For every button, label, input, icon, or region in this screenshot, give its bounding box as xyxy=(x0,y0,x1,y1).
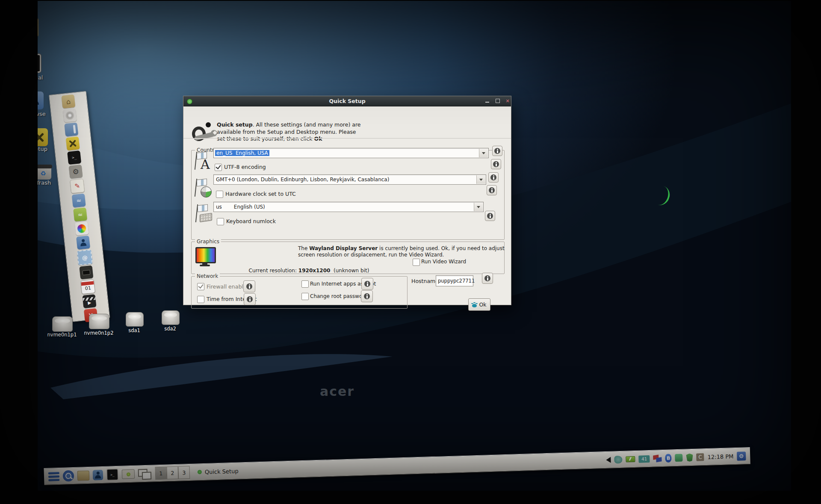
workspace-pager: 1 2 3 xyxy=(155,466,190,480)
timezone-combobox[interactable]: GMT+0 (London, Dublin, Edinburgh, Lisbon… xyxy=(213,174,486,185)
person-torso xyxy=(80,242,87,246)
task-quick-setup[interactable]: Quick Setup xyxy=(198,468,239,475)
timezone-dropdown-arrow[interactable] xyxy=(476,175,485,184)
gear-icon: ⚙ xyxy=(739,453,744,459)
resolution-label: Current resolution: xyxy=(249,268,298,274)
numlock-checkbox[interactable] xyxy=(217,218,224,225)
numlock-label: Keyboard numlock xyxy=(226,218,276,224)
trash-desktop-icon[interactable]: ♻ xyxy=(38,165,51,180)
root-password-checkbox[interactable] xyxy=(301,293,309,300)
dock-editor-icon[interactable]: ✎ xyxy=(70,179,85,194)
disk-glyph xyxy=(65,111,74,120)
drive-sda1[interactable] xyxy=(126,312,144,327)
ok-button[interactable]: Ok xyxy=(468,298,490,311)
person-body xyxy=(38,100,39,105)
time-internet-info-button[interactable] xyxy=(244,293,256,305)
drive-sda2[interactable] xyxy=(162,310,180,325)
drive-top xyxy=(55,318,70,324)
dock-connect-icon[interactable] xyxy=(79,265,93,280)
dock-browser-icon[interactable] xyxy=(76,236,90,250)
battery-icon[interactable] xyxy=(626,456,635,463)
drive-nvme0n1p1[interactable] xyxy=(52,316,73,332)
files-button[interactable] xyxy=(77,470,90,480)
locale-dropdown-arrow[interactable] xyxy=(479,149,488,157)
person-head xyxy=(81,239,85,242)
hostname-info-button[interactable] xyxy=(482,273,493,284)
timezone-flag-icon xyxy=(194,178,213,198)
tray-clock[interactable]: 12:18 PM xyxy=(707,453,733,460)
intro-line2: available from the Setup and Desktop men… xyxy=(217,129,361,136)
screenshot-button[interactable] xyxy=(122,469,135,479)
hostname-input[interactable]: puppypc27711 xyxy=(436,275,473,286)
display-tray-icon[interactable] xyxy=(653,455,662,462)
root-password-info-button[interactable] xyxy=(361,290,373,302)
dock-terminal-icon[interactable]: >_ xyxy=(67,150,81,165)
tray-app-icon[interactable] xyxy=(614,456,623,464)
workspace-3[interactable]: 3 xyxy=(178,466,190,479)
window-titlebar[interactable]: Quick Setup ✕ xyxy=(183,96,511,106)
dock-setup-tools-icon[interactable] xyxy=(66,136,80,150)
locale-info-button[interactable] xyxy=(492,146,502,156)
utf8-info-button[interactable] xyxy=(491,159,501,169)
dock-paint-icon[interactable] xyxy=(75,221,89,236)
maximize-button[interactable] xyxy=(494,98,501,104)
file-desktop-icon[interactable]: ⌂ xyxy=(38,18,38,37)
terminal-button[interactable]: >_ xyxy=(106,469,119,481)
hwclock-info-button[interactable] xyxy=(487,185,497,195)
keyboard-info-button[interactable] xyxy=(485,211,495,221)
keyboard-code: us xyxy=(216,204,222,210)
minimize-button[interactable] xyxy=(484,98,490,104)
firewall-shield-icon[interactable] xyxy=(686,453,693,461)
dock-home-folder-icon[interactable]: ⌂ xyxy=(61,94,75,109)
dock-install-drive-icon[interactable] xyxy=(64,122,78,136)
locale-combobox[interactable]: en_US English, USA xyxy=(213,148,489,158)
network-legend: Network xyxy=(195,273,220,279)
writer-glyph: ≈ xyxy=(76,197,82,204)
video-wizard-checkbox[interactable] xyxy=(413,259,420,266)
firewall-checkbox[interactable] xyxy=(197,283,204,290)
spot-checkbox[interactable] xyxy=(301,280,309,288)
search-button[interactable] xyxy=(63,470,74,482)
dock-calendar-icon[interactable]: 01 xyxy=(80,279,95,294)
menu-button[interactable] xyxy=(48,472,60,481)
workspace-1[interactable]: 1 xyxy=(155,466,167,480)
dock-gears-icon[interactable]: ⚙ xyxy=(69,165,83,179)
chevron-down-icon xyxy=(482,152,485,156)
browser-button[interactable] xyxy=(93,470,103,480)
g-bold: Wayland Display Server xyxy=(309,245,378,251)
close-button[interactable]: ✕ xyxy=(504,98,511,104)
bluetooth-icon[interactable]: B xyxy=(665,454,672,462)
tray-green-icon[interactable] xyxy=(675,454,683,462)
keyboard-dropdown-arrow[interactable] xyxy=(474,203,483,211)
drive-top xyxy=(92,315,107,321)
timezone-info-button[interactable] xyxy=(488,172,499,183)
person-head xyxy=(96,472,99,475)
window-switcher-button[interactable] xyxy=(138,469,151,479)
setup-desktop-icon[interactable] xyxy=(38,128,48,146)
dock-writer-icon[interactable]: ≈ xyxy=(72,194,86,208)
utf8-checkbox[interactable] xyxy=(215,164,222,171)
time-internet-checkbox[interactable] xyxy=(197,296,204,303)
dock-media-player-icon[interactable]: ▶ xyxy=(82,294,96,308)
lens-glyph xyxy=(126,472,130,476)
volume-icon[interactable] xyxy=(603,457,611,463)
dock-disk-icon[interactable] xyxy=(63,109,77,123)
cpu-tray-icon[interactable]: C xyxy=(696,453,704,461)
dock-mail-icon[interactable]: @ xyxy=(77,250,93,265)
firewall-info-button[interactable] xyxy=(243,280,255,292)
keyboard-combobox[interactable]: us English (US) xyxy=(213,202,484,212)
settings-tray-icon[interactable]: ⚙ xyxy=(737,451,746,461)
resolution-note: (unknown bit) xyxy=(330,268,369,274)
root-password-label: Change root password xyxy=(310,293,368,299)
hwclock-checkbox[interactable] xyxy=(216,191,223,198)
info-icon xyxy=(364,281,370,287)
acer-logo: acer xyxy=(320,384,354,399)
drive-nvme0n1p2[interactable] xyxy=(89,314,109,329)
signal-badge[interactable]: 41 xyxy=(638,455,650,463)
dock-spreadsheet-icon[interactable]: ≈ xyxy=(73,207,87,221)
spot-info-button[interactable] xyxy=(361,278,373,290)
window-menu-icon[interactable] xyxy=(187,99,192,104)
terminal-desktop-icon[interactable]: >_ xyxy=(38,54,41,73)
workspace-2[interactable]: 2 xyxy=(166,466,178,480)
browse-desktop-icon[interactable] xyxy=(38,91,44,109)
